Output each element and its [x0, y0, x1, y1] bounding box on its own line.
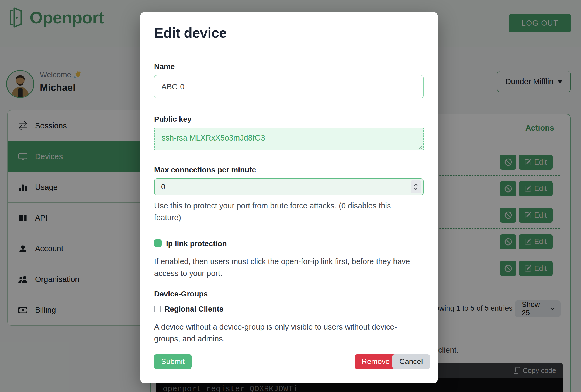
submit-button[interactable]: Submit	[154, 354, 192, 369]
openport-app: Openport LOG OUT Welcome Michael	[0, 0, 581, 392]
max-connections-value: 0	[161, 183, 165, 191]
name-label: Name	[154, 62, 175, 71]
modal-title: Edit device	[154, 25, 227, 41]
ip-link-protection-help: If enabled, then users must click the op…	[154, 256, 451, 279]
max-connections-help: Use this to protect your port from brute…	[154, 200, 429, 223]
edit-device-modal: Edit device Name Public key ssh-rsa MLXR…	[140, 12, 438, 383]
remove-button[interactable]: Remove	[355, 354, 397, 369]
ip-link-protection-checkbox[interactable]	[154, 239, 162, 247]
cancel-button[interactable]: Cancel	[392, 354, 430, 369]
max-connections-label: Max connections per minute	[154, 166, 256, 174]
resize-grip-icon[interactable]	[418, 145, 422, 149]
regional-clients-checkbox[interactable]	[154, 306, 161, 312]
chevron-up-icon	[414, 183, 418, 186]
number-stepper[interactable]	[411, 180, 421, 193]
public-key-textarea[interactable]: ssh-rsa MLXRxX5o3mJd8fG3	[154, 128, 424, 150]
chevron-down-icon	[414, 187, 418, 190]
public-key-label: Public key	[154, 115, 192, 124]
name-input[interactable]	[154, 75, 424, 98]
device-groups-label: Device-Groups	[154, 290, 208, 298]
public-key-value: ssh-rsa MLXRxX5o3mJd8fG3	[162, 134, 265, 142]
ip-link-protection-label: Ip link protection	[166, 239, 227, 248]
max-connections-input[interactable]: 0	[154, 178, 424, 195]
regional-clients-label: Regional Clients	[164, 305, 223, 313]
device-groups-help: A device without a device-group is only …	[154, 321, 429, 345]
